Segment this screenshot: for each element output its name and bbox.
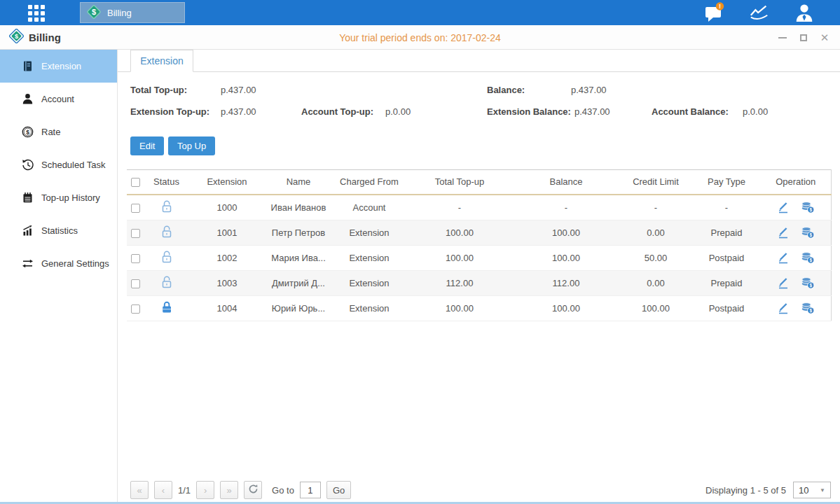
sidebar-item-label: Scheduled Task — [41, 160, 106, 170]
taskbar-tab-billing[interactable]: $ Billing — [80, 2, 185, 23]
col-operation: Operation — [761, 170, 831, 195]
chevron-down-icon: ▼ — [820, 487, 825, 493]
cell-total-topup: 112.00 — [406, 270, 513, 295]
table-row: 1003 Дмитрий Д... Extension 112.00 112.0… — [127, 270, 831, 295]
row-checkbox[interactable] — [131, 204, 140, 213]
edit-pencil-icon[interactable] — [777, 226, 790, 239]
total-topup-label: Total Top-up: — [130, 85, 187, 95]
cell-balance: 112.00 — [513, 270, 619, 295]
taskbar: $ Billing ! — [0, 0, 840, 25]
last-page-button[interactable]: » — [220, 481, 238, 499]
sidebar-item-label: Top-up History — [41, 192, 100, 203]
cell-charged-from: Extension — [332, 295, 406, 321]
col-charged-from: Charged From — [332, 170, 406, 195]
window-title: Billing — [29, 31, 61, 43]
cell-pay-type: Prepaid — [692, 220, 761, 245]
cell-total-topup: 100.00 — [406, 245, 513, 270]
topup-coins-icon[interactable]: $ — [801, 251, 815, 264]
sidebar-item-scheduled-task[interactable]: Scheduled Task — [0, 148, 117, 181]
pagination-bar: « ‹ 1/1 › » Go to Go — [130, 481, 351, 499]
tab-extension[interactable]: Extension — [130, 50, 193, 72]
row-checkbox[interactable] — [131, 279, 140, 288]
extension-balance-value: p.437.00 — [574, 106, 610, 117]
page-size-select[interactable]: 10 ▼ — [793, 482, 831, 498]
page-indicator: 1/1 — [178, 485, 191, 496]
edit-pencil-icon[interactable] — [777, 251, 790, 264]
first-page-button[interactable]: « — [130, 481, 149, 499]
page-size-value: 10 — [799, 485, 808, 496]
row-checkbox[interactable] — [131, 254, 140, 263]
cell-name: Мария Ива... — [265, 245, 332, 270]
history-clock-icon — [21, 159, 34, 172]
svg-text:$: $ — [809, 207, 812, 213]
cell-pay-type: Postpaid — [692, 245, 761, 270]
svg-text:$: $ — [26, 129, 29, 136]
bar-chart-icon — [21, 225, 34, 237]
notifications-icon[interactable]: ! — [704, 3, 725, 22]
cell-extension: 1004 — [189, 295, 265, 321]
col-name: Name — [265, 170, 332, 195]
cell-credit-limit: 50.00 — [619, 245, 692, 270]
sidebar-item-label: Account — [41, 94, 74, 104]
person-icon — [21, 93, 34, 106]
prev-page-button[interactable]: ‹ — [154, 481, 172, 499]
table-row: 1000 Иван Иванов Account - - - - $ — [127, 195, 831, 220]
lock-open-icon — [160, 230, 173, 241]
balance-value: p.437.00 — [571, 85, 607, 95]
refresh-button[interactable] — [244, 481, 262, 499]
cell-extension: 1000 — [189, 195, 265, 220]
cell-name: Дмитрий Д... — [265, 270, 332, 295]
sidebar-item-extension[interactable]: Extension — [0, 50, 117, 83]
cell-pay-type: Postpaid — [692, 295, 761, 321]
sidebar-item-general-settings[interactable]: General Settings — [0, 247, 117, 280]
cell-extension: 1003 — [189, 270, 265, 295]
billing-diamond-icon: $ — [86, 4, 102, 22]
app-grid-icon[interactable] — [28, 5, 46, 21]
goto-input[interactable] — [300, 482, 321, 498]
topup-coins-icon[interactable]: $ — [801, 302, 815, 314]
sidebar-item-topup-history[interactable]: Top-up History — [0, 181, 117, 214]
maximize-button[interactable] — [798, 32, 809, 43]
top-up-button[interactable]: Top Up — [168, 136, 215, 155]
sidebar-item-statistics[interactable]: Statistics — [0, 214, 117, 247]
edit-pencil-icon[interactable] — [777, 201, 790, 214]
row-checkbox[interactable] — [131, 229, 140, 238]
cell-balance: 100.00 — [513, 295, 619, 321]
sidebar-item-label: Statistics — [41, 225, 78, 236]
topup-coins-icon[interactable]: $ — [801, 276, 815, 289]
sidebar-item-account[interactable]: Account — [0, 83, 117, 115]
minimize-button[interactable] — [777, 32, 788, 43]
billing-app-window: $ Billing ! — [0, 0, 840, 504]
cell-balance: 100.00 — [513, 245, 619, 270]
edit-pencil-icon[interactable] — [777, 276, 790, 289]
svg-text:!: ! — [719, 3, 721, 10]
sidebar-item-rate[interactable]: $ Rate — [0, 115, 117, 148]
cell-name: Иван Иванов — [265, 195, 332, 220]
cell-charged-from: Account — [332, 195, 406, 220]
select-all-checkbox[interactable] — [131, 178, 140, 187]
main-content: Extension Total Top-up: p.437.00 Balance… — [118, 50, 840, 502]
col-status: Status — [144, 170, 189, 195]
row-checkbox[interactable] — [131, 304, 140, 314]
lock-open-icon — [160, 205, 173, 216]
resource-monitor-icon[interactable] — [749, 3, 770, 22]
lock-open-icon — [160, 281, 173, 291]
svg-text:$: $ — [92, 8, 96, 16]
table-row: 1002 Мария Ива... Extension 100.00 100.0… — [127, 245, 831, 270]
topup-coins-icon[interactable]: $ — [801, 201, 815, 214]
cell-name: Петр Петров — [265, 220, 332, 245]
cell-credit-limit: 100.00 — [619, 295, 692, 321]
close-button[interactable]: ✕ — [819, 32, 830, 43]
account-balance-value: p.0.00 — [743, 106, 768, 117]
displaying-text: Displaying 1 - 5 of 5 — [705, 485, 786, 496]
table-row: 1004 Юрий Юрь... Extension 100.00 100.00… — [127, 295, 831, 321]
account-topup-label: Account Top-up: — [301, 106, 373, 117]
go-button[interactable]: Go — [326, 481, 351, 499]
user-account-icon[interactable] — [794, 3, 815, 22]
topup-coins-icon[interactable]: $ — [801, 226, 815, 239]
edit-button[interactable]: Edit — [130, 136, 164, 155]
edit-pencil-icon[interactable] — [777, 302, 790, 314]
sidebar-item-label: Rate — [41, 127, 60, 137]
pagination-summary: Displaying 1 - 5 of 5 10 ▼ — [705, 481, 831, 499]
next-page-button[interactable]: › — [196, 481, 214, 499]
